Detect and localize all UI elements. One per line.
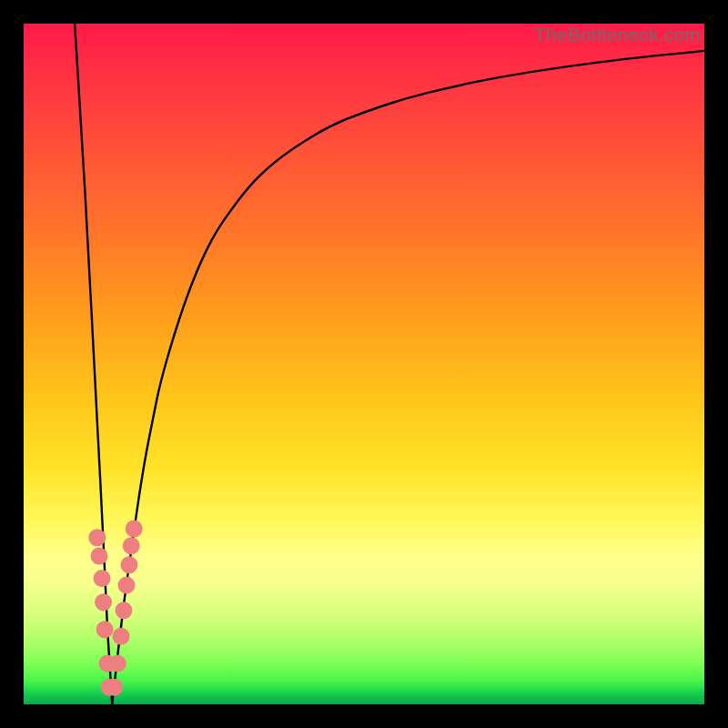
data-marker bbox=[88, 529, 106, 546]
data-marker bbox=[94, 570, 111, 587]
plot-area: TheBottleneck.com bbox=[24, 24, 704, 704]
data-marker bbox=[126, 521, 143, 538]
data-marker bbox=[106, 679, 123, 696]
marker-group bbox=[88, 521, 142, 696]
watermark-text: TheBottleneck.com bbox=[534, 24, 701, 46]
data-marker bbox=[95, 593, 112, 611]
data-marker bbox=[96, 621, 114, 638]
data-marker bbox=[117, 577, 135, 594]
data-marker bbox=[115, 602, 132, 619]
data-marker bbox=[109, 655, 126, 672]
chart-frame: TheBottleneck.com bbox=[0, 0, 728, 728]
data-marker bbox=[120, 556, 137, 573]
data-marker bbox=[112, 628, 129, 645]
data-marker bbox=[123, 537, 140, 554]
curve-group bbox=[75, 24, 704, 704]
data-marker bbox=[91, 547, 108, 564]
chart-svg bbox=[24, 24, 704, 704]
bottleneck-curve-right bbox=[112, 51, 704, 704]
